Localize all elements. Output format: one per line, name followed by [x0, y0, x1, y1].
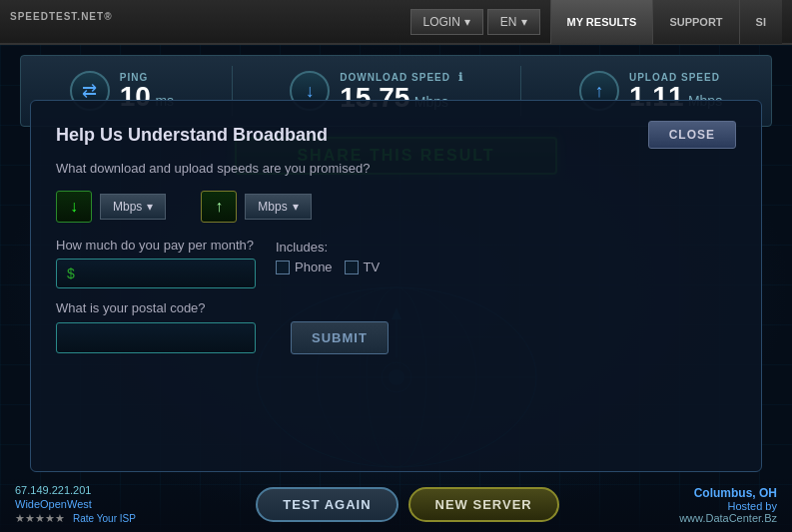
- includes-label: Includes:: [276, 240, 380, 255]
- server-city: Columbus, OH: [679, 486, 777, 500]
- login-button[interactable]: LOGIN ▾: [410, 9, 483, 35]
- download-mbps-button[interactable]: Mbps ▾: [100, 194, 166, 220]
- upload-speed-icon: ↑: [201, 191, 237, 223]
- upload-mbps-button[interactable]: Mbps ▾: [245, 194, 311, 220]
- download-mbps-select: Mbps ▾: [100, 194, 166, 220]
- isp-rating-stars: ★★★★★ Rate Your ISP: [15, 512, 136, 525]
- top-bar: SPEEDTEST.NET® LOGIN ▾ EN ▾ MY RESULTS S…: [0, 0, 792, 45]
- monthly-form-row: How much do you pay per month? $ Include…: [56, 238, 736, 288]
- bottom-panel: 67.149.221.201 WideOpenWest ★★★★★ Rate Y…: [0, 477, 792, 532]
- speed-inputs-row: ↓ Mbps ▾ ↑ Mbps ▾: [56, 191, 736, 223]
- tv-checkbox[interactable]: [345, 261, 359, 274]
- download-speed-input-group: ↓ Mbps ▾: [56, 191, 166, 223]
- phone-label: Phone: [295, 260, 333, 274]
- includes-section: Includes: Phone TV: [276, 240, 380, 274]
- upload-dropdown-icon: ▾: [293, 200, 299, 214]
- lang-dropdown-icon: ▾: [521, 15, 527, 29]
- monthly-payment-section: How much do you pay per month? $ Include…: [56, 238, 736, 288]
- tab-more[interactable]: SI: [739, 0, 782, 44]
- hosted-by-label: Hosted by: [679, 500, 777, 512]
- server-host: www.DataCenter.Bz: [679, 512, 777, 524]
- dropdown-arrow-icon: ▾: [464, 15, 470, 29]
- test-again-button[interactable]: TEST AGAIN: [256, 487, 397, 522]
- monthly-left: How much do you pay per month? $: [56, 238, 256, 288]
- tab-my-results[interactable]: MY RESULTS: [550, 0, 653, 44]
- main-content: ⇄ PING 10 ms ↓ DOWNLOAD SPEED ℹ 15.75 Mb…: [0, 45, 792, 532]
- phone-checkbox-item: Phone: [276, 260, 333, 274]
- top-navigation: LOGIN ▾ EN ▾ MY RESULTS SUPPORT SI: [410, 0, 783, 44]
- ip-address: 67.149.221.201: [15, 484, 136, 496]
- download-speed-icon: ↓: [56, 191, 92, 223]
- broadband-modal: Help Us Understand Broadband CLOSE What …: [30, 100, 762, 472]
- rate-isp-link[interactable]: Rate Your ISP: [73, 513, 136, 524]
- modal-title: Help Us Understand Broadband: [56, 125, 328, 146]
- logo-text: SPEEDTEST.NET: [10, 11, 104, 22]
- nav-tabs: MY RESULTS SUPPORT SI: [550, 0, 782, 44]
- submit-button[interactable]: SUBMIT: [291, 321, 389, 354]
- upload-mbps-select: Mbps ▾: [245, 194, 311, 220]
- monthly-payment-input[interactable]: [80, 266, 245, 281]
- isp-info: 67.149.221.201 WideOpenWest ★★★★★ Rate Y…: [15, 484, 136, 525]
- dollar-input-container: $: [56, 259, 256, 288]
- modal-subtitle: What download and upload speeds are you …: [56, 161, 736, 176]
- phone-checkbox[interactable]: [276, 261, 290, 274]
- tab-support[interactable]: SUPPORT: [652, 0, 738, 44]
- monthly-label: How much do you pay per month?: [56, 238, 256, 253]
- close-button[interactable]: CLOSE: [648, 121, 736, 149]
- action-buttons: TEST AGAIN NEW SERVER: [256, 487, 558, 522]
- language-button[interactable]: EN ▾: [487, 9, 540, 35]
- modal-header: Help Us Understand Broadband CLOSE: [56, 121, 736, 149]
- postal-submit-row: SUBMIT: [56, 321, 736, 354]
- server-info: Columbus, OH Hosted by www.DataCenter.Bz: [679, 486, 777, 524]
- logo-trademark: ®: [104, 11, 112, 22]
- postal-code-input[interactable]: [56, 322, 256, 353]
- tv-checkbox-item: TV: [345, 260, 381, 274]
- logo: SPEEDTEST.NET®: [10, 11, 113, 32]
- info-icon: ℹ: [458, 71, 463, 83]
- postal-section: What is your postal code? SUBMIT: [56, 300, 736, 354]
- download-dropdown-icon: ▾: [147, 200, 153, 214]
- dollar-sign: $: [67, 266, 75, 281]
- upload-speed-input-group: ↑ Mbps ▾: [201, 191, 311, 223]
- checkbox-row: Phone TV: [276, 260, 380, 274]
- tv-label: TV: [364, 260, 381, 274]
- postal-label: What is your postal code?: [56, 300, 736, 315]
- new-server-button[interactable]: NEW SERVER: [408, 487, 559, 522]
- isp-name: WideOpenWest: [15, 498, 136, 510]
